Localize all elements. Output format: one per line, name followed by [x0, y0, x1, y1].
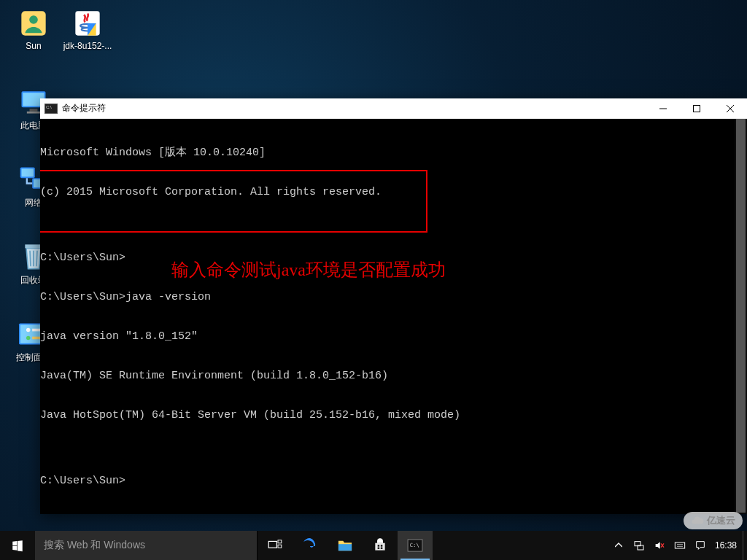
svg-rect-30 — [378, 545, 380, 547]
scrollbar[interactable] — [735, 119, 747, 514]
maximize-button[interactable] — [680, 98, 713, 119]
tray-clock[interactable]: 16:38 — [715, 540, 737, 551]
chevron-up-icon — [615, 542, 622, 549]
icon-label: Sun — [26, 41, 41, 51]
cmd-task-icon: C:\ — [407, 539, 423, 552]
sun-user-icon — [18, 7, 50, 39]
svg-rect-11 — [22, 168, 34, 176]
folder-icon — [337, 538, 353, 553]
close-button[interactable] — [713, 98, 747, 119]
terminal-body[interactable]: Microsoft Windows [版本 10.0.10240] (c) 20… — [40, 119, 747, 514]
terminal-line: Java HotSpot(TM) 64-Bit Server VM (build… — [40, 409, 746, 422]
close-icon — [727, 105, 734, 112]
svg-rect-31 — [381, 545, 383, 547]
search-box[interactable]: 搜索 Web 和 Windows — [35, 531, 258, 560]
cmd-task-button[interactable]: C:\ — [398, 531, 433, 560]
network-icon — [633, 540, 645, 551]
show-desktop-button[interactable] — [743, 531, 747, 560]
svg-rect-40 — [675, 542, 684, 548]
svg-text:C:\: C:\ — [410, 542, 419, 548]
tray-volume-icon[interactable] — [654, 540, 665, 551]
minimize-button[interactable] — [646, 98, 680, 119]
cloud-icon — [691, 514, 704, 527]
keyboard-icon — [674, 540, 686, 551]
windows-icon — [11, 539, 24, 552]
store-button[interactable] — [363, 531, 398, 560]
terminal-line: java version "1.8.0_152" — [40, 330, 746, 343]
minimize-icon — [659, 105, 667, 112]
svg-rect-24 — [694, 105, 700, 112]
search-placeholder: 搜索 Web 和 Windows — [44, 539, 145, 552]
desktop-icon-sun-user[interactable]: Sun — [6, 7, 61, 51]
annotation-box — [40, 170, 427, 233]
tray-ime-icon[interactable] — [674, 540, 686, 551]
svg-rect-27 — [268, 541, 276, 548]
svg-rect-7 — [30, 109, 38, 112]
svg-point-19 — [26, 328, 30, 332]
action-center-icon — [694, 540, 706, 551]
annotation-text: 输入命令测试java环境是否配置成功 — [171, 263, 446, 276]
edge-button[interactable] — [293, 531, 328, 560]
jdk-installer-icon — [71, 7, 104, 39]
window-title: 命令提示符 — [62, 102, 106, 114]
store-icon — [373, 538, 387, 553]
cmd-icon — [44, 104, 58, 114]
tray-network-icon[interactable] — [633, 540, 645, 551]
icon-label: jdk-8u152-... — [63, 41, 112, 51]
volume-mute-icon — [654, 540, 665, 551]
desktop-icon-jdk-installer[interactable]: jdk-8u152-... — [60, 7, 115, 51]
svg-point-1 — [29, 15, 38, 24]
taskview-icon — [268, 540, 282, 551]
scrollbar-thumb[interactable] — [736, 119, 746, 513]
tray-notifications-icon[interactable] — [694, 540, 706, 551]
svg-rect-29 — [278, 545, 282, 548]
start-button[interactable] — [0, 531, 35, 560]
terminal-line: C:\Users\Sun> — [40, 475, 746, 488]
watermark: 亿速云 — [684, 512, 743, 529]
svg-point-21 — [26, 336, 30, 340]
svg-rect-32 — [378, 548, 380, 550]
terminal-line: Microsoft Windows [版本 10.0.10240] — [40, 147, 746, 160]
svg-line-16 — [36, 251, 37, 267]
explorer-button[interactable] — [328, 531, 363, 560]
tray-show-hidden[interactable] — [613, 540, 624, 551]
terminal-line: Java(TM) SE Runtime Environment (build 1… — [40, 370, 746, 383]
svg-line-14 — [30, 251, 31, 267]
svg-rect-8 — [27, 112, 40, 114]
svg-rect-33 — [381, 548, 383, 550]
system-tray: 16:38 — [607, 531, 743, 560]
svg-rect-28 — [278, 540, 282, 543]
maximize-icon — [693, 105, 700, 112]
terminal-line: C:\Users\Sun>java -version — [40, 291, 746, 304]
edge-icon — [301, 537, 319, 554]
task-view-button[interactable] — [258, 531, 293, 560]
taskbar: 搜索 Web 和 Windows C:\ 16:38 — [0, 531, 747, 560]
titlebar[interactable]: 命令提示符 — [40, 98, 747, 119]
cmd-window: 命令提示符 Microsoft Windows [版本 10.0.10240] … — [40, 98, 747, 514]
